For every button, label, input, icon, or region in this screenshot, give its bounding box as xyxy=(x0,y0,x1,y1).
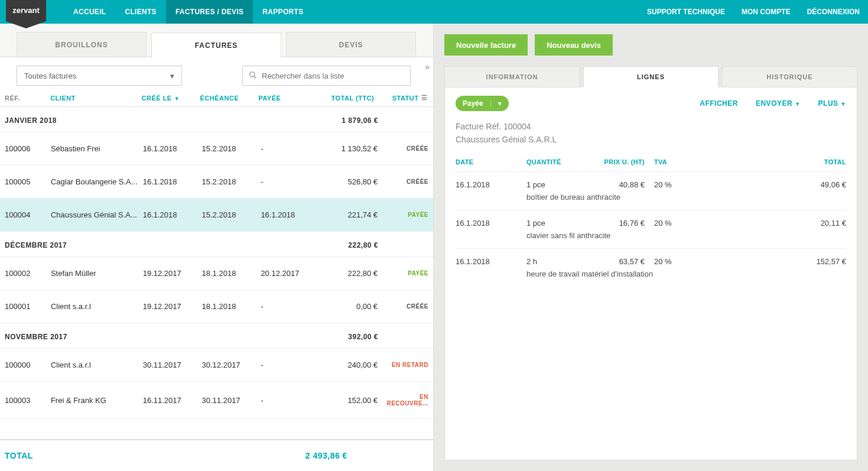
cell-due: 15.2.2018 xyxy=(202,177,261,186)
top-nav: zervant ACCUEILCLIENTSFACTURES / DEVISRA… xyxy=(0,0,868,24)
invoice-line: 16.1.20181 pce40,88 €20 %49,06 €boîtier … xyxy=(456,171,846,210)
grand-total-value: 2 493,86 € xyxy=(290,451,347,460)
nav-item-clients[interactable]: CLIENTS xyxy=(115,0,165,24)
nav-item-rapports[interactable]: RAPPORTS xyxy=(253,0,313,24)
list-tabs: BROUILLONSFACTURESDEVIS xyxy=(0,24,433,57)
cell-ref: 100006 xyxy=(5,144,51,153)
invoice-row[interactable]: 100006Sébastien Frei16.1.201815.2.2018-1… xyxy=(0,132,433,165)
detail-tab-lignes[interactable]: LIGNES xyxy=(583,66,719,87)
cell-total: 221,74 € xyxy=(320,210,378,219)
filter-row: Toutes factures ▾ » xyxy=(0,57,433,94)
grand-total-label: TOTAL xyxy=(5,451,33,460)
col-ref[interactable]: RÉF. xyxy=(5,95,50,102)
group-total: 392,00 € xyxy=(320,333,378,341)
cell-created: 16.1.2018 xyxy=(143,177,202,186)
columns-menu-icon[interactable]: ☰ xyxy=(421,94,428,102)
cell-due: 30.11.2017 xyxy=(202,396,261,405)
cell-client: Chaussures Génial S.A... xyxy=(51,210,143,219)
afficher-link[interactable]: AFFICHER xyxy=(700,99,738,108)
cell-ref: 100000 xyxy=(5,360,51,369)
cell-paid: - xyxy=(261,144,320,153)
filter-dropdown[interactable]: Toutes factures ▾ xyxy=(17,66,182,86)
list-body: JANVIER 20181 879,06 €100006Sébastien Fr… xyxy=(0,107,433,439)
envoyer-link[interactable]: ENVOYER▼ xyxy=(756,99,801,108)
cell-due: 15.2.2018 xyxy=(202,144,261,153)
cell-total: 222,80 € xyxy=(320,269,378,278)
col-due[interactable]: ÉCHÉANCE xyxy=(200,95,258,102)
cell-total: 526,80 € xyxy=(320,177,378,186)
col-total[interactable]: TOTAL (TTC) xyxy=(317,95,374,102)
cell-created: 19.12.2017 xyxy=(143,269,202,278)
col-client[interactable]: CLIENT xyxy=(50,95,141,102)
line-col-total: TOTAL xyxy=(680,158,846,165)
invoice-client: Chaussures Génial S.A.R.L xyxy=(456,135,846,144)
cell-created: 16.1.2018 xyxy=(143,210,202,219)
collapse-panel-icon[interactable]: » xyxy=(425,62,430,72)
cell-status: CRÉÉE xyxy=(378,178,428,185)
cell-paid: - xyxy=(261,396,320,405)
detail-tab-historique[interactable]: HISTORIQUE xyxy=(722,66,857,87)
cell-ref: 100005 xyxy=(5,177,51,186)
cell-client: Caglar Boulangerie S.A... xyxy=(51,177,143,186)
invoice-row[interactable]: 100001Client s.a.r.l19.12.201718.1.2018-… xyxy=(0,290,433,323)
nav-item-accueil[interactable]: ACCUEIL xyxy=(64,0,115,24)
action-buttons: Nouvelle facture Nouveau devis xyxy=(444,34,857,56)
line-description: heure de travail matériel d'installation xyxy=(456,266,846,283)
tab-factures[interactable]: FACTURES xyxy=(151,33,281,57)
nav-item-support-technique[interactable]: SUPPORT TECHNIQUE xyxy=(639,0,733,24)
invoice-row[interactable]: 100004Chaussures Génial S.A...16.1.20181… xyxy=(0,199,433,232)
detail-tab-information[interactable]: INFORMATION xyxy=(444,66,580,87)
search-box[interactable] xyxy=(242,66,411,86)
nav-item-d-connexion[interactable]: DÉCONNEXION xyxy=(799,0,868,24)
status-pill[interactable]: Payée ▼ xyxy=(456,96,509,111)
invoice-row[interactable]: 100003Frei & Frank KG16.11.201730.11.201… xyxy=(0,382,433,419)
grand-total-row: TOTAL 2 493,86 € xyxy=(0,439,433,471)
cell-total: 1 130,52 € xyxy=(320,144,378,153)
line-total: 152,57 € xyxy=(680,257,846,266)
line-date: 16.1.2018 xyxy=(456,180,526,189)
cell-paid: - xyxy=(261,360,320,369)
col-paid[interactable]: PAYÉE xyxy=(258,95,317,102)
filter-dropdown-label: Toutes factures xyxy=(24,72,76,80)
new-invoice-button[interactable]: Nouvelle facture xyxy=(444,34,528,56)
line-total: 49,06 € xyxy=(680,180,846,189)
invoice-row[interactable]: 100002Stefan Müller19.12.201718.1.201820… xyxy=(0,257,433,290)
cell-due: 18.1.2018 xyxy=(202,302,261,311)
invoice-row[interactable]: 100005Caglar Boulangerie S.A...16.1.2018… xyxy=(0,165,433,199)
cell-total: 240,00 € xyxy=(320,360,378,369)
new-quote-button[interactable]: Nouveau devis xyxy=(535,34,613,56)
chevron-down-icon: ▼ xyxy=(795,101,800,107)
logo[interactable]: zervant xyxy=(0,0,52,24)
chevron-down-icon: ▼ xyxy=(841,101,846,107)
tab-brouillons[interactable]: BROUILLONS xyxy=(17,32,147,57)
line-unit-price: 40,88 € xyxy=(597,180,645,189)
cell-status: EN RECOUVRE... xyxy=(378,394,428,407)
cell-ref: 100003 xyxy=(5,396,51,405)
tab-devis[interactable]: DEVIS xyxy=(286,32,416,57)
group-total: 1 879,06 € xyxy=(320,116,378,125)
cell-status: PAYÉE xyxy=(378,212,428,218)
col-status[interactable]: STATUT xyxy=(374,95,421,102)
cell-due: 15.2.2018 xyxy=(202,210,261,219)
cell-paid: - xyxy=(261,302,320,311)
invoice-row[interactable]: 100000Client s.a.r.l30.11.201730.12.2017… xyxy=(0,349,433,382)
chevron-down-icon: ▾ xyxy=(170,72,174,80)
line-total: 20,11 € xyxy=(680,219,846,228)
line-col-vat: TVA xyxy=(645,158,680,165)
cell-paid: 16.1.2018 xyxy=(261,210,320,219)
group-header: DÉCEMBRE 2017222,80 € xyxy=(0,232,433,257)
nav-item-factures-devis[interactable]: FACTURES / DEVIS xyxy=(166,0,253,24)
list-header: RÉF. CLIENT CRÉÉ LE▼ ÉCHÉANCE PAYÉE TOTA… xyxy=(0,94,433,107)
cell-ref: 100004 xyxy=(5,210,51,219)
invoice-list-pane: BROUILLONSFACTURESDEVIS Toutes factures … xyxy=(0,24,434,471)
cell-total: 152,00 € xyxy=(320,396,378,405)
card-actions: Payée ▼ AFFICHER ENVOYER▼ PLUS▼ xyxy=(456,96,846,111)
group-title: JANVIER 2018 xyxy=(5,116,320,125)
search-input[interactable] xyxy=(262,72,404,80)
col-created[interactable]: CRÉÉ LE▼ xyxy=(142,95,200,102)
line-date: 16.1.2018 xyxy=(456,257,526,266)
group-total: 222,80 € xyxy=(320,241,378,249)
nav-item-mon-compte[interactable]: MON COMPTE xyxy=(733,0,799,24)
cell-ref: 100002 xyxy=(5,269,51,278)
plus-link[interactable]: PLUS▼ xyxy=(818,99,846,108)
